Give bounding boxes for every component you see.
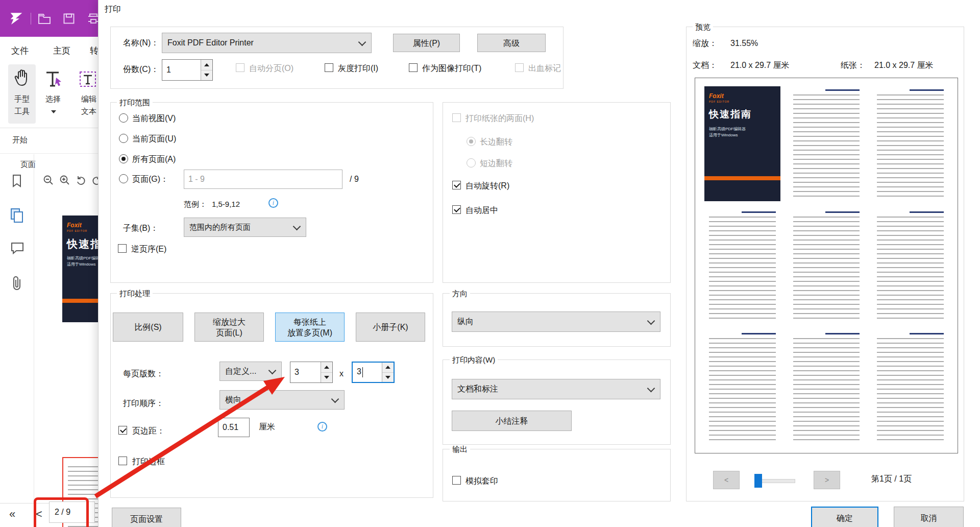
save-icon[interactable] [63,13,75,24]
hand-tool-button[interactable]: 手型 工具 [8,64,36,124]
pages-per-sheet-select[interactable]: 自定义... [219,362,282,381]
duplex-group [443,102,671,283]
pages-label: 页面(G)： [132,174,168,184]
titlebar-divider [31,13,31,25]
copies-spinner[interactable]: 1 [162,59,213,81]
preview-next-button[interactable]: > [814,471,840,489]
booklet-button[interactable]: 小册子(K) [356,313,425,342]
print-order-label: 打印顺序： [123,398,164,409]
orientation-select[interactable]: 纵向 [452,312,660,332]
simulate-overprint-label: 模拟套印 [465,476,498,486]
subset-select[interactable]: 范围内的所有页面 [184,218,306,237]
print-as-image-label: 作为图像打印(T) [422,63,481,74]
chevron-down-icon [293,223,301,231]
print-as-image-checkbox[interactable] [409,63,418,72]
simulate-overprint-checkbox[interactable] [452,476,461,485]
spin-up-icon[interactable] [321,362,332,373]
dialog-title: 打印 [105,4,121,14]
grayscale-checkbox[interactable] [325,63,333,72]
preview-mini-page [789,208,865,323]
example-value: 1,5-9,12 [212,199,240,209]
both-sides-checkbox [452,113,461,122]
select-tool-button[interactable]: 选择 [40,64,66,124]
comments-icon[interactable] [10,241,24,255]
margin-checkbox[interactable] [118,426,127,435]
hand-tool-label-2: 工具 [8,106,36,116]
print-border-checkbox[interactable] [118,457,127,465]
copies-value: 1 [166,65,171,75]
print-order-select[interactable]: 横向 [219,390,345,410]
properties-button[interactable]: 属性(P) [393,34,460,52]
spin-down-icon[interactable] [382,373,394,382]
current-view-label: 当前视图(V) [132,113,176,124]
shrink-oversized-button[interactable]: 缩放过大 页面(L) [194,313,264,342]
pages-range-input[interactable]: 1 - 9 [184,170,342,189]
preview-mini-page [704,330,780,445]
rotate-left-icon[interactable] [76,175,87,186]
preview-slider-track[interactable] [762,479,795,483]
auto-rotate-checkbox[interactable] [452,181,461,189]
pages-radio[interactable] [119,174,128,183]
orientation-value: 纵向 [457,317,474,327]
select-text-cursor-icon [44,69,63,89]
spin-down-icon[interactable] [201,70,212,81]
current-page-label: 当前页面(U) [132,134,176,144]
preview-mini-page [872,330,948,445]
current-view-radio[interactable] [119,113,128,123]
ok-button[interactable]: 确定 [811,507,878,527]
print-border-label: 打印边框 [132,457,165,467]
auto-center-checkbox[interactable] [452,205,461,214]
nup-y-spinner[interactable]: 3 [352,362,395,383]
menu-tab-file[interactable]: 文件 [11,45,29,57]
spin-up-icon[interactable] [382,363,394,373]
chevron-down-icon [647,317,655,325]
cancel-button[interactable]: 取消 [894,507,964,527]
auto-rotate-label: 自动旋转(R) [465,181,509,191]
menu-tab-convert[interactable]: 转 [90,45,98,57]
previous-page-icon[interactable]: < [36,508,42,521]
start-tab[interactable]: 开始 [12,135,28,145]
chevron-down-icon [268,367,277,375]
pages-icon[interactable] [9,207,24,224]
subset-value: 范围内的所有页面 [189,223,251,232]
current-page-radio[interactable] [119,134,128,143]
preview-prev-button[interactable]: < [713,471,740,489]
advanced-button[interactable]: 高级 [477,34,546,52]
margin-input[interactable]: 0.51 [218,418,250,437]
info-icon[interactable]: i [317,422,327,432]
reverse-pages-checkbox[interactable] [118,244,127,253]
nup-x-spinner[interactable]: 3 [290,362,333,383]
print-content-select[interactable]: 文档和标注 [452,379,660,399]
preview-mini-page [789,330,865,445]
summarize-comments-button[interactable]: 小结注释 [452,411,572,431]
preview-mini-cover: Foxit PDF EDITOR 快速指南 福昕高级PDF编辑器 适用于Wind… [704,86,780,201]
printer-name-select[interactable]: Foxit PDF Editor Printer [162,33,372,53]
collapse-panel-icon[interactable]: « [9,508,15,521]
spin-up-icon[interactable] [201,60,212,70]
info-icon[interactable]: i [268,198,278,208]
grayscale-label: 灰度打印(I) [338,63,378,74]
page-indicator-input[interactable]: 2 / 9 [49,501,95,523]
zoom-in-icon[interactable] [59,175,70,186]
page-setup-button[interactable]: 页面设置 [112,508,181,527]
bookmarks-icon[interactable] [10,174,23,188]
preview-page-info: 第1页 / 1页 [871,474,912,484]
all-pages-radio[interactable] [119,154,128,163]
flip-short-radio [467,158,476,167]
flip-long-radio [467,137,476,146]
preview-mini-page [872,208,948,323]
copies-label: 份数(C)： [123,64,159,75]
preview-page: Foxit PDF EDITOR 快速指南 福昕高级PDF编辑器 适用于Wind… [695,78,958,453]
cover-line2: 适用于Windows [67,261,95,267]
spin-down-icon[interactable] [321,373,332,383]
foxit-logo-icon[interactable] [8,10,24,27]
menu-tab-home[interactable]: 主页 [53,45,70,57]
scale-button[interactable]: 比例(S) [113,313,183,342]
multiple-pages-per-sheet-button[interactable]: 每张纸上 放置多页(M) [275,313,345,342]
attachments-icon[interactable] [11,276,23,291]
open-file-icon[interactable] [38,13,52,25]
pages-total-label: / 9 [350,174,359,184]
zoom-out-icon[interactable] [43,175,54,186]
preview-slider-handle[interactable] [754,474,762,488]
cover-brand-sub: PDF EDITOR [67,229,87,232]
